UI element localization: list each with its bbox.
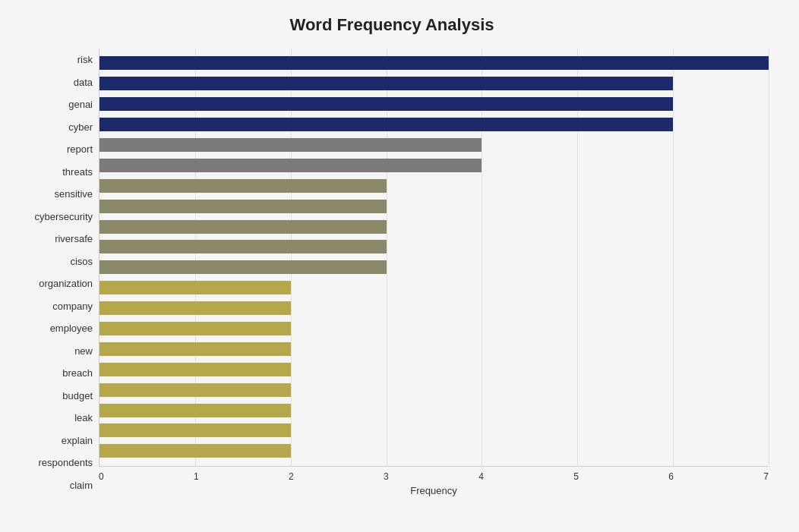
bar [99, 281, 291, 294]
bar [99, 200, 387, 213]
x-tick: 6 [668, 471, 674, 482]
y-label: cybersecurity [34, 212, 93, 222]
bar-row [99, 442, 769, 459]
chart-area: riskdatagenaicyberreportthreatssensitive… [15, 49, 769, 496]
grid-line [769, 49, 769, 466]
bar [99, 342, 291, 356]
y-label: breach [62, 368, 93, 378]
bar-row [99, 300, 769, 316]
bar-row [99, 137, 769, 153]
x-tick: 7 [763, 471, 769, 482]
y-label: budget [62, 391, 93, 401]
bar-row [99, 422, 769, 439]
x-tick: 0 [99, 471, 104, 482]
y-label: report [67, 144, 93, 154]
bar-row [99, 178, 769, 194]
bar [99, 423, 291, 437]
bar [99, 77, 673, 90]
bar [99, 444, 291, 458]
bar [99, 260, 387, 274]
y-label: data [74, 77, 93, 87]
x-tick: 4 [478, 471, 484, 482]
y-label: risk [77, 55, 93, 65]
bar-row [99, 402, 769, 419]
bar [99, 97, 673, 111]
bar [99, 159, 482, 172]
bar [99, 56, 769, 70]
x-axis-title: Frequency [99, 485, 769, 496]
bar [99, 118, 673, 131]
bar [99, 240, 387, 253]
y-label: organization [39, 279, 93, 288]
chart-title: Word Frequency Analysis [15, 15, 769, 35]
y-label: company [52, 301, 93, 311]
y-axis: riskdatagenaicyberreportthreatssensitive… [15, 49, 99, 496]
y-label: cisos [70, 257, 93, 266]
bar [99, 301, 291, 315]
bar-row [99, 238, 769, 255]
x-tick: 3 [384, 471, 389, 482]
bar [99, 179, 387, 193]
x-tick: 2 [289, 471, 294, 482]
bar [99, 363, 291, 376]
bar [99, 138, 482, 152]
bar-row [99, 320, 769, 337]
bar-row [99, 361, 769, 378]
bar-row [99, 198, 769, 215]
bar-row [99, 116, 769, 133]
bar-row [99, 259, 769, 275]
y-label: genai [68, 99, 93, 109]
bar [99, 404, 291, 417]
grid-and-bars [99, 49, 769, 467]
bar-row [99, 382, 769, 398]
y-label: explain [62, 436, 93, 445]
bar-row [99, 219, 769, 235]
y-label: respondents [38, 458, 93, 467]
y-label: claim [70, 480, 93, 490]
y-label: riversafe [55, 234, 93, 244]
chart-container: Word Frequency Analysis riskdatagenaicyb… [0, 0, 799, 532]
bar-row [99, 279, 769, 296]
y-label: employee [50, 323, 93, 333]
x-axis-labels: 01234567 [99, 471, 769, 482]
bar-row [99, 96, 769, 112]
bar [99, 383, 291, 397]
y-label: threats [62, 167, 93, 177]
bar-row [99, 75, 769, 92]
y-label: sensitive [54, 189, 93, 199]
bars-and-grid: 01234567 Frequency [99, 49, 769, 496]
bar [99, 220, 387, 234]
bars-wrapper [99, 49, 769, 466]
bar-row [99, 55, 769, 71]
x-tick: 1 [194, 471, 199, 482]
y-label: new [74, 346, 93, 356]
y-label: leak [74, 413, 93, 423]
y-label: cyber [68, 122, 93, 132]
bar [99, 322, 291, 335]
bar-row [99, 341, 769, 357]
bar-row [99, 157, 769, 174]
x-tick: 5 [573, 471, 579, 482]
